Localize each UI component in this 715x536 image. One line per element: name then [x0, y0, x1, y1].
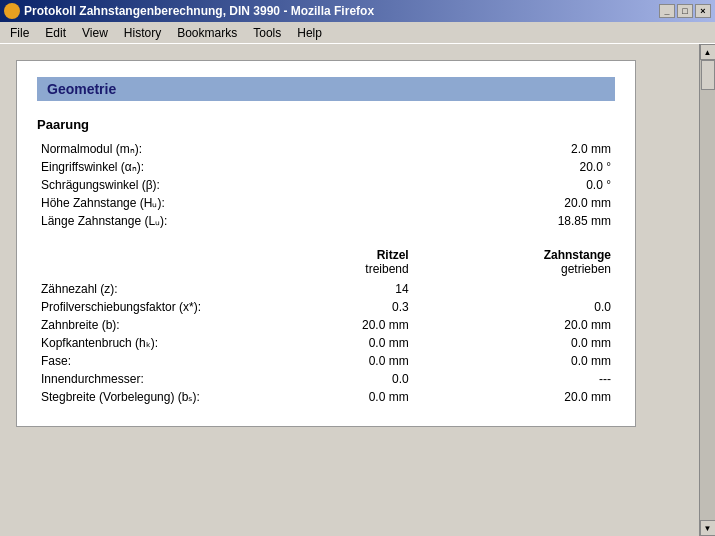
- gear-row-zahnstange: 0.0: [413, 298, 615, 316]
- gear-row-ritzel: 20.0 mm: [268, 316, 413, 334]
- paaring-value: 18.85 mm: [384, 212, 615, 230]
- gear-row-ritzel: 0.0 mm: [268, 388, 413, 406]
- gear-row: Zähnezahl (z): 14: [37, 280, 615, 298]
- paaring-label: Höhe Zahnstange (Hᵤ):: [37, 194, 384, 212]
- panel-title: Geometrie: [37, 77, 615, 101]
- gear-row: Stegbreite (Vorbelegung) (bₛ): 0.0 mm 20…: [37, 388, 615, 406]
- gear-header-label: [37, 246, 268, 262]
- gear-subheader-zahnstange: getrieben: [413, 262, 615, 280]
- gear-row-label: Innendurchmesser:: [37, 370, 268, 388]
- menu-history[interactable]: History: [116, 24, 169, 42]
- maximize-button[interactable]: □: [677, 4, 693, 18]
- gear-row-label: Profilverschiebungsfaktor (x*):: [37, 298, 268, 316]
- title-bar: Protokoll Zahnstangenberechnung, DIN 399…: [0, 0, 715, 22]
- gear-row: Kopfkantenbruch (hₖ): 0.0 mm 0.0 mm: [37, 334, 615, 352]
- paaring-label: Schrägungswinkel (β):: [37, 176, 384, 194]
- gear-table: Ritzel Zahnstange treibend getrieben Zäh…: [37, 246, 615, 406]
- paaring-row: Länge Zahnstange (Lᵤ): 18.85 mm: [37, 212, 615, 230]
- app-icon: [4, 3, 20, 19]
- gear-row-label: Stegbreite (Vorbelegung) (bₛ):: [37, 388, 268, 406]
- paaring-row: Schrägungswinkel (β): 0.0 °: [37, 176, 615, 194]
- paaring-value: 20.0 mm: [384, 194, 615, 212]
- gear-row: Innendurchmesser: 0.0 ---: [37, 370, 615, 388]
- menu-bookmarks[interactable]: Bookmarks: [169, 24, 245, 42]
- content-area: Geometrie Paarung Normalmodul (mₙ): 2.0 …: [0, 44, 699, 536]
- gear-row-zahnstange: ---: [413, 370, 615, 388]
- scrollbar-track[interactable]: [700, 60, 715, 520]
- gear-row: Zahnbreite (b): 20.0 mm 20.0 mm: [37, 316, 615, 334]
- gear-row-zahnstange: 0.0 mm: [413, 352, 615, 370]
- gear-row-label: Fase:: [37, 352, 268, 370]
- menu-edit[interactable]: Edit: [37, 24, 74, 42]
- geometrie-panel: Geometrie Paarung Normalmodul (mₙ): 2.0 …: [16, 60, 636, 427]
- gear-row-ritzel: 0.0: [268, 370, 413, 388]
- close-button[interactable]: ×: [695, 4, 711, 18]
- paaring-label: Länge Zahnstange (Lᵤ):: [37, 212, 384, 230]
- gear-row: Profilverschiebungsfaktor (x*): 0.3 0.0: [37, 298, 615, 316]
- gear-row-label: Zahnbreite (b):: [37, 316, 268, 334]
- paaring-row: Eingriffswinkel (αₙ): 20.0 °: [37, 158, 615, 176]
- section-paarung: Paarung: [37, 117, 615, 132]
- gear-row: Fase: 0.0 mm 0.0 mm: [37, 352, 615, 370]
- gear-row-zahnstange: 0.0 mm: [413, 334, 615, 352]
- gear-row-zahnstange: 20.0 mm: [413, 388, 615, 406]
- menu-file[interactable]: File: [2, 24, 37, 42]
- gear-row-label: Zähnezahl (z):: [37, 280, 268, 298]
- gear-header-zahnstange: Zahnstange: [413, 246, 615, 262]
- paaring-value: 0.0 °: [384, 176, 615, 194]
- menu-view[interactable]: View: [74, 24, 116, 42]
- gear-row-ritzel: 0.0 mm: [268, 352, 413, 370]
- paaring-value: 20.0 °: [384, 158, 615, 176]
- paaring-row: Höhe Zahnstange (Hᵤ): 20.0 mm: [37, 194, 615, 212]
- gear-header-ritzel: Ritzel: [268, 246, 413, 262]
- gear-row-ritzel: 0.0 mm: [268, 334, 413, 352]
- menu-tools[interactable]: Tools: [245, 24, 289, 42]
- scrollbar-thumb[interactable]: [701, 60, 715, 90]
- paaring-label: Eingriffswinkel (αₙ):: [37, 158, 384, 176]
- gear-row-zahnstange: [413, 280, 615, 298]
- gear-subheader-label: [37, 262, 268, 280]
- paaring-row: Normalmodul (mₙ): 2.0 mm: [37, 140, 615, 158]
- window-title: Protokoll Zahnstangenberechnung, DIN 399…: [24, 4, 659, 18]
- gear-row-label: Kopfkantenbruch (hₖ):: [37, 334, 268, 352]
- minimize-button[interactable]: _: [659, 4, 675, 18]
- paaring-label: Normalmodul (mₙ):: [37, 140, 384, 158]
- menu-bar: File Edit View History Bookmarks Tools H…: [0, 22, 715, 44]
- menu-help[interactable]: Help: [289, 24, 330, 42]
- window-body: Geometrie Paarung Normalmodul (mₙ): 2.0 …: [0, 44, 715, 536]
- gear-row-ritzel: 14: [268, 280, 413, 298]
- gear-subheader-ritzel: treibend: [268, 262, 413, 280]
- window-controls[interactable]: _ □ ×: [659, 4, 711, 18]
- scroll-up-button[interactable]: ▲: [700, 44, 716, 60]
- scrollbar[interactable]: ▲ ▼: [699, 44, 715, 536]
- scroll-down-button[interactable]: ▼: [700, 520, 716, 536]
- gear-row-ritzel: 0.3: [268, 298, 413, 316]
- paaring-table: Normalmodul (mₙ): 2.0 mm Eingriffswinkel…: [37, 140, 615, 230]
- gear-row-zahnstange: 20.0 mm: [413, 316, 615, 334]
- paaring-value: 2.0 mm: [384, 140, 615, 158]
